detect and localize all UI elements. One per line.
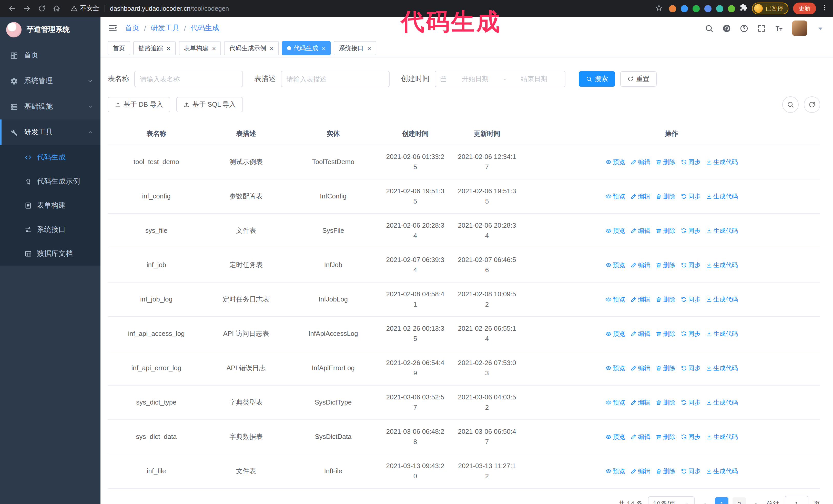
sync-link[interactable]: 同步 (681, 225, 700, 236)
edit-link[interactable]: 编辑 (630, 432, 650, 442)
prev-page-button[interactable]: ‹ (700, 497, 710, 504)
sync-link[interactable]: 同步 (681, 191, 700, 201)
preview-link[interactable]: 预览 (605, 398, 625, 408)
extension-icon[interactable] (728, 5, 735, 12)
sync-link[interactable]: 同步 (681, 432, 700, 442)
preview-link[interactable]: 预览 (605, 294, 625, 305)
security-chip[interactable]: 不安全 (71, 4, 99, 13)
sync-link[interactable]: 同步 (681, 260, 700, 270)
browser-reload-button[interactable] (35, 2, 48, 15)
generate-link[interactable]: 生成代码 (706, 260, 738, 270)
edit-link[interactable]: 编辑 (630, 363, 650, 373)
delete-link[interactable]: 删除 (656, 329, 675, 339)
delete-link[interactable]: 删除 (656, 466, 675, 476)
delete-link[interactable]: 删除 (656, 191, 675, 201)
tab-close-icon[interactable]: × (212, 45, 216, 51)
preview-link[interactable]: 预览 (605, 466, 625, 476)
extensions-puzzle-button[interactable] (739, 4, 747, 13)
table-desc-input[interactable] (281, 71, 389, 87)
generate-link[interactable]: 生成代码 (706, 363, 738, 373)
page-button-2[interactable]: 2 (733, 497, 746, 504)
tab-3[interactable]: 代码生成示例× (224, 41, 279, 55)
generate-link[interactable]: 生成代码 (706, 191, 738, 201)
user-avatar[interactable] (792, 21, 807, 36)
fullscreen-icon[interactable] (757, 24, 766, 32)
sync-link[interactable]: 同步 (681, 363, 700, 373)
preview-link[interactable]: 预览 (605, 260, 625, 270)
sync-link[interactable]: 同步 (681, 398, 700, 408)
generate-link[interactable]: 生成代码 (706, 466, 738, 476)
edit-link[interactable]: 编辑 (630, 191, 650, 201)
sidebar-subitem-3[interactable]: 系统接口 (0, 217, 100, 241)
sync-link[interactable]: 同步 (681, 329, 700, 339)
delete-link[interactable]: 删除 (656, 260, 675, 270)
browser-menu-button[interactable] (821, 4, 828, 13)
preview-link[interactable]: 预览 (605, 191, 625, 201)
browser-forward-button[interactable] (20, 2, 33, 15)
delete-link[interactable]: 删除 (656, 398, 675, 408)
browser-update-button[interactable]: 更新 (793, 3, 816, 14)
delete-link[interactable]: 删除 (656, 363, 675, 373)
delete-link[interactable]: 删除 (656, 294, 675, 305)
edit-link[interactable]: 编辑 (630, 225, 650, 236)
edit-link[interactable]: 编辑 (630, 157, 650, 167)
preview-link[interactable]: 预览 (605, 225, 625, 236)
tab-close-icon[interactable]: × (270, 45, 273, 51)
generate-link[interactable]: 生成代码 (706, 157, 738, 167)
date-range-picker[interactable]: 开始日期 - 结束日期 (435, 71, 565, 87)
extension-icon[interactable] (692, 5, 699, 12)
generate-link[interactable]: 生成代码 (706, 329, 738, 339)
sidebar-fold-icon[interactable] (108, 23, 118, 33)
profile-chip[interactable]: 已暂停 (752, 3, 788, 14)
tab-close-icon[interactable]: × (367, 45, 371, 51)
sync-link[interactable]: 同步 (681, 294, 700, 305)
bookmark-star-button[interactable] (655, 4, 663, 13)
delete-link[interactable]: 删除 (656, 432, 675, 442)
page-button-1[interactable]: 1 (715, 497, 729, 504)
tab-0[interactable]: 首页 (108, 41, 130, 55)
preview-link[interactable]: 预览 (605, 329, 625, 339)
font-size-icon[interactable] (775, 24, 783, 32)
import-db-button[interactable]: 基于 DB 导入 (108, 97, 170, 112)
github-icon[interactable] (722, 24, 731, 32)
generate-link[interactable]: 生成代码 (706, 398, 738, 408)
preview-link[interactable]: 预览 (605, 432, 625, 442)
breadcrumb-item-0[interactable]: 首页 (125, 24, 139, 33)
extension-icon[interactable] (669, 5, 676, 12)
generate-link[interactable]: 生成代码 (706, 294, 738, 305)
preview-link[interactable]: 预览 (605, 363, 625, 373)
page-size-select[interactable]: 10条/页 (648, 496, 695, 504)
delete-link[interactable]: 删除 (656, 225, 675, 236)
delete-link[interactable]: 删除 (656, 157, 675, 167)
tab-1[interactable]: 链路追踪× (133, 41, 175, 55)
chevron-down-icon[interactable] (816, 24, 825, 32)
sidebar-subitem-4[interactable]: 数据库文档 (0, 241, 100, 266)
edit-link[interactable]: 编辑 (630, 260, 650, 270)
edit-link[interactable]: 编辑 (630, 398, 650, 408)
search-toggle-button[interactable] (782, 96, 799, 113)
table-name-input[interactable] (134, 71, 243, 87)
tab-2[interactable]: 表单构建× (178, 41, 221, 55)
sidebar-subitem-2[interactable]: 表单构建 (0, 193, 100, 217)
help-icon[interactable] (740, 24, 748, 32)
sidebar-item-1[interactable]: 系统管理 (0, 68, 100, 94)
sidebar-item-3[interactable]: 研发工具 (0, 119, 100, 145)
reset-button[interactable]: 重置 (620, 71, 657, 87)
sidebar-subitem-1[interactable]: 代码生成示例 (0, 169, 100, 193)
sidebar-item-0[interactable]: 首页 (0, 43, 100, 68)
preview-link[interactable]: 预览 (605, 157, 625, 167)
sync-link[interactable]: 同步 (681, 157, 700, 167)
tab-close-icon[interactable]: × (167, 45, 170, 51)
tab-4[interactable]: 代码生成× (282, 41, 331, 55)
edit-link[interactable]: 编辑 (630, 294, 650, 305)
generate-link[interactable]: 生成代码 (706, 432, 738, 442)
tab-close-icon[interactable]: × (322, 45, 326, 51)
extension-icon[interactable] (681, 5, 688, 12)
browser-back-button[interactable] (5, 2, 19, 15)
goto-page-input[interactable] (785, 496, 808, 504)
edit-link[interactable]: 编辑 (630, 329, 650, 339)
edit-link[interactable]: 编辑 (630, 466, 650, 476)
breadcrumb-item-1[interactable]: 研发工具 (151, 24, 180, 33)
next-page-button[interactable]: › (751, 497, 761, 504)
extension-icon[interactable] (716, 5, 723, 12)
